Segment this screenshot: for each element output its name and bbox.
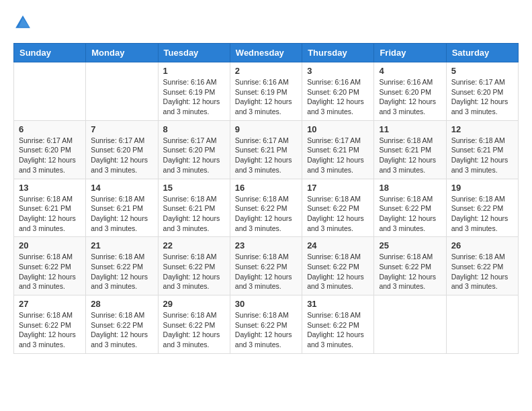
page-header [13,13,519,32]
col-header-friday: Friday [374,44,446,62]
calendar-cell: 26Sunrise: 6:18 AM Sunset: 6:22 PM Dayli… [446,237,518,295]
calendar-cell: 4Sunrise: 6:16 AM Sunset: 6:20 PM Daylig… [374,62,446,121]
calendar-table: SundayMondayTuesdayWednesdayThursdayFrid… [13,43,519,354]
calendar-cell: 29Sunrise: 6:18 AM Sunset: 6:22 PM Dayli… [158,295,230,354]
day-number: 2 [235,66,297,76]
day-number: 14 [91,183,152,193]
day-number: 23 [235,240,297,250]
day-number: 5 [451,66,513,76]
calendar-cell: 22Sunrise: 6:18 AM Sunset: 6:22 PM Dayli… [158,237,230,295]
day-info: Sunrise: 6:18 AM Sunset: 6:22 PM Dayligh… [235,194,297,234]
day-info: Sunrise: 6:17 AM Sunset: 6:21 PM Dayligh… [307,136,369,175]
logo-icon [13,13,32,32]
day-number: 27 [19,299,81,309]
day-info: Sunrise: 6:18 AM Sunset: 6:21 PM Dayligh… [163,194,225,234]
col-header-tuesday: Tuesday [158,44,230,62]
day-number: 18 [379,183,441,193]
day-number: 26 [451,240,513,250]
calendar-cell: 11Sunrise: 6:18 AM Sunset: 6:21 PM Dayli… [374,120,446,179]
day-number: 25 [379,240,441,250]
col-header-sunday: Sunday [14,44,86,62]
day-info: Sunrise: 6:18 AM Sunset: 6:22 PM Dayligh… [379,252,441,291]
calendar-cell: 2Sunrise: 6:16 AM Sunset: 6:19 PM Daylig… [230,62,302,121]
day-info: Sunrise: 6:16 AM Sunset: 6:19 PM Dayligh… [235,77,297,117]
day-number: 19 [451,183,513,193]
calendar-cell [14,62,86,121]
calendar-cell [446,295,518,354]
day-info: Sunrise: 6:18 AM Sunset: 6:22 PM Dayligh… [19,252,81,291]
calendar-cell: 5Sunrise: 6:17 AM Sunset: 6:20 PM Daylig… [446,62,518,121]
calendar-cell: 18Sunrise: 6:18 AM Sunset: 6:22 PM Dayli… [374,179,446,237]
day-info: Sunrise: 6:18 AM Sunset: 6:22 PM Dayligh… [235,252,297,291]
day-info: Sunrise: 6:18 AM Sunset: 6:22 PM Dayligh… [307,252,369,291]
day-info: Sunrise: 6:18 AM Sunset: 6:22 PM Dayligh… [379,194,441,234]
day-number: 12 [451,124,513,134]
day-number: 15 [163,183,225,193]
calendar-cell: 28Sunrise: 6:18 AM Sunset: 6:22 PM Dayli… [86,295,158,354]
col-header-wednesday: Wednesday [230,44,302,62]
calendar-week-row: 27Sunrise: 6:18 AM Sunset: 6:22 PM Dayli… [14,295,519,354]
day-number: 4 [379,66,441,76]
day-info: Sunrise: 6:18 AM Sunset: 6:22 PM Dayligh… [451,194,513,234]
day-info: Sunrise: 6:17 AM Sunset: 6:20 PM Dayligh… [163,136,225,175]
day-number: 17 [307,183,369,193]
day-info: Sunrise: 6:18 AM Sunset: 6:22 PM Dayligh… [163,252,225,291]
calendar-cell: 1Sunrise: 6:16 AM Sunset: 6:19 PM Daylig… [158,62,230,121]
day-number: 3 [307,66,369,76]
day-info: Sunrise: 6:18 AM Sunset: 6:22 PM Dayligh… [307,194,369,234]
calendar-cell: 19Sunrise: 6:18 AM Sunset: 6:22 PM Dayli… [446,179,518,237]
day-number: 13 [19,183,81,193]
day-number: 6 [19,124,81,134]
day-info: Sunrise: 6:17 AM Sunset: 6:20 PM Dayligh… [19,136,81,175]
day-info: Sunrise: 6:18 AM Sunset: 6:22 PM Dayligh… [307,310,369,350]
calendar-cell: 20Sunrise: 6:18 AM Sunset: 6:22 PM Dayli… [14,237,86,295]
calendar-cell: 31Sunrise: 6:18 AM Sunset: 6:22 PM Dayli… [302,295,374,354]
day-info: Sunrise: 6:18 AM Sunset: 6:22 PM Dayligh… [91,310,152,350]
day-info: Sunrise: 6:16 AM Sunset: 6:20 PM Dayligh… [379,77,441,117]
calendar-cell: 9Sunrise: 6:17 AM Sunset: 6:21 PM Daylig… [230,120,302,179]
calendar-cell: 30Sunrise: 6:18 AM Sunset: 6:22 PM Dayli… [230,295,302,354]
calendar-cell: 25Sunrise: 6:18 AM Sunset: 6:22 PM Dayli… [374,237,446,295]
calendar-cell: 8Sunrise: 6:17 AM Sunset: 6:20 PM Daylig… [158,120,230,179]
day-number: 30 [235,299,297,309]
col-header-thursday: Thursday [302,44,374,62]
calendar-cell: 3Sunrise: 6:16 AM Sunset: 6:20 PM Daylig… [302,62,374,121]
day-number: 11 [379,124,441,134]
day-number: 16 [235,183,297,193]
day-info: Sunrise: 6:18 AM Sunset: 6:22 PM Dayligh… [91,252,152,291]
calendar-cell: 14Sunrise: 6:18 AM Sunset: 6:21 PM Dayli… [86,179,158,237]
day-info: Sunrise: 6:18 AM Sunset: 6:22 PM Dayligh… [19,310,81,350]
calendar-cell: 16Sunrise: 6:18 AM Sunset: 6:22 PM Dayli… [230,179,302,237]
day-number: 9 [235,124,297,134]
day-number: 1 [163,66,225,76]
day-info: Sunrise: 6:18 AM Sunset: 6:21 PM Dayligh… [19,194,81,234]
calendar-week-row: 6Sunrise: 6:17 AM Sunset: 6:20 PM Daylig… [14,120,519,179]
day-info: Sunrise: 6:18 AM Sunset: 6:21 PM Dayligh… [451,136,513,175]
calendar-cell: 10Sunrise: 6:17 AM Sunset: 6:21 PM Dayli… [302,120,374,179]
day-number: 24 [307,240,369,250]
calendar-cell: 17Sunrise: 6:18 AM Sunset: 6:22 PM Dayli… [302,179,374,237]
day-info: Sunrise: 6:16 AM Sunset: 6:19 PM Dayligh… [163,77,225,117]
day-number: 21 [91,240,152,250]
logo [13,13,35,32]
day-number: 28 [91,299,152,309]
calendar-cell: 21Sunrise: 6:18 AM Sunset: 6:22 PM Dayli… [86,237,158,295]
day-info: Sunrise: 6:18 AM Sunset: 6:22 PM Dayligh… [163,310,225,350]
col-header-monday: Monday [86,44,158,62]
day-number: 7 [91,124,152,134]
day-info: Sunrise: 6:16 AM Sunset: 6:20 PM Dayligh… [307,77,369,117]
day-info: Sunrise: 6:18 AM Sunset: 6:21 PM Dayligh… [379,136,441,175]
day-info: Sunrise: 6:18 AM Sunset: 6:21 PM Dayligh… [91,194,152,234]
day-number: 8 [163,124,225,134]
calendar-header-row: SundayMondayTuesdayWednesdayThursdayFrid… [14,44,519,62]
day-info: Sunrise: 6:18 AM Sunset: 6:22 PM Dayligh… [235,310,297,350]
calendar-cell: 27Sunrise: 6:18 AM Sunset: 6:22 PM Dayli… [14,295,86,354]
calendar-cell: 15Sunrise: 6:18 AM Sunset: 6:21 PM Dayli… [158,179,230,237]
day-number: 29 [163,299,225,309]
calendar-cell: 13Sunrise: 6:18 AM Sunset: 6:21 PM Dayli… [14,179,86,237]
day-info: Sunrise: 6:17 AM Sunset: 6:21 PM Dayligh… [235,136,297,175]
day-number: 22 [163,240,225,250]
calendar-week-row: 13Sunrise: 6:18 AM Sunset: 6:21 PM Dayli… [14,179,519,237]
calendar-cell: 23Sunrise: 6:18 AM Sunset: 6:22 PM Dayli… [230,237,302,295]
calendar-cell [86,62,158,121]
